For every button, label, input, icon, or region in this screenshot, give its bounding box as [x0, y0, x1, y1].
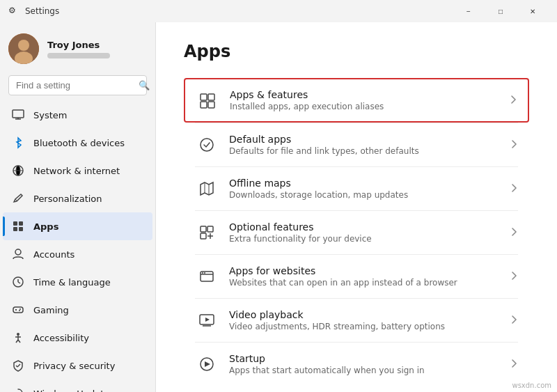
apps-features-text: Apps & featuresInstalled apps, app execu…: [230, 89, 499, 111]
user-info: Troy Jones: [47, 40, 110, 58]
offline-maps-desc: Downloads, storage location, map updates: [229, 190, 499, 200]
apps-websites-text: Apps for websitesWebsites that can open …: [229, 265, 499, 288]
app-body: Troy Jones 🔍 SystemBluetooth & devicesNe…: [0, 22, 557, 392]
title-bar: ⚙ Settings − □ ✕: [0, 0, 557, 22]
svg-line-29: [17, 364, 20, 367]
privacy-nav-icon: [11, 359, 25, 373]
video-playback-desc: Video adjustments, HDR streaming, batter…: [229, 322, 499, 331]
sidebar-item-bluetooth[interactable]: Bluetooth & devices: [3, 129, 152, 157]
apps-features-icon: [196, 89, 219, 111]
sidebar-item-label-apps: Apps: [33, 221, 58, 232]
sidebar-item-accounts[interactable]: Accounts: [3, 240, 152, 268]
offline-maps-chevron-icon: [510, 183, 517, 195]
apps-nav-icon: [11, 219, 25, 233]
minimize-button[interactable]: −: [453, 0, 485, 22]
video-playback-text: Video playbackVideo adjustments, HDR str…: [229, 309, 499, 331]
svg-line-28: [16, 366, 17, 367]
default-apps-icon: [196, 134, 218, 156]
apps-websites-desc: Websites that can open in an app instead…: [229, 278, 499, 288]
apps-features-desc: Installed apps, app execution aliases: [230, 102, 499, 111]
svg-point-46: [202, 272, 203, 274]
svg-point-14: [15, 249, 21, 255]
svg-point-21: [19, 308, 21, 310]
sidebar-item-gaming[interactable]: Gaming: [3, 296, 152, 324]
close-button[interactable]: ✕: [517, 0, 549, 22]
svg-marker-50: [205, 317, 210, 322]
apps-websites-title: Apps for websites: [229, 265, 499, 276]
svg-line-17: [18, 282, 20, 283]
default-apps-chevron-icon: [510, 139, 517, 151]
svg-rect-11: [19, 221, 23, 226]
sidebar-item-personalization[interactable]: Personalization: [3, 185, 152, 212]
optional-features-text: Optional featuresExtra functionality for…: [229, 221, 499, 244]
bluetooth-nav-icon: [11, 136, 25, 150]
default-apps-title: Default apps: [229, 134, 499, 145]
video-playback-chevron-icon: [510, 315, 517, 327]
time-nav-icon: [11, 275, 25, 289]
sidebar-item-network[interactable]: Network & internet: [3, 157, 152, 185]
settings-item-apps-features[interactable]: Apps & featuresInstalled apps, app execu…: [184, 78, 529, 123]
sidebar-item-label-accounts: Accounts: [33, 249, 74, 260]
sidebar-item-label-time: Time & language: [33, 277, 111, 288]
sidebar-item-time[interactable]: Time & language: [3, 268, 152, 296]
sidebar-item-label-update: Windows Update: [33, 389, 109, 393]
apps-websites-icon: [196, 265, 218, 288]
settings-item-offline-maps[interactable]: Offline mapsDownloads, storage location,…: [184, 167, 529, 210]
gaming-nav-icon: [11, 303, 25, 317]
search-box[interactable]: 🔍: [8, 75, 147, 95]
title-bar-controls: − □ ✕: [453, 0, 549, 22]
settings-list: Apps & featuresInstalled apps, app execu…: [184, 78, 529, 386]
settings-item-video-playback[interactable]: Video playbackVideo adjustments, HDR str…: [184, 299, 529, 342]
svg-line-27: [18, 340, 20, 343]
svg-point-47: [204, 272, 205, 274]
svg-point-36: [201, 139, 213, 151]
sidebar-item-label-system: System: [33, 110, 67, 120]
update-nav-icon: [11, 386, 25, 392]
settings-item-apps-websites[interactable]: Apps for websitesWebsites that can open …: [184, 255, 529, 298]
svg-rect-12: [13, 227, 17, 231]
startup-icon: [196, 353, 218, 375]
sidebar: Troy Jones 🔍 SystemBluetooth & devicesNe…: [0, 22, 156, 392]
optional-features-title: Optional features: [229, 221, 499, 233]
video-playback-icon: [196, 309, 218, 331]
settings-item-default-apps[interactable]: Default appsDefaults for file and link t…: [184, 123, 529, 166]
sidebar-item-label-personalization: Personalization: [33, 194, 102, 204]
accessibility-nav-icon: [11, 331, 25, 345]
search-icon: 🔍: [139, 80, 150, 91]
default-apps-text: Default appsDefaults for file and link t…: [229, 134, 499, 156]
settings-item-startup[interactable]: StartupApps that start automatically whe…: [184, 343, 529, 386]
sidebar-item-system[interactable]: System: [3, 101, 152, 129]
offline-maps-icon: [196, 178, 218, 200]
startup-text: StartupApps that start automatically whe…: [229, 353, 499, 375]
default-apps-desc: Defaults for file and link types, other …: [229, 146, 499, 156]
startup-title: Startup: [229, 353, 499, 364]
optional-features-icon: [196, 221, 218, 244]
svg-rect-41: [201, 233, 206, 239]
svg-rect-33: [208, 94, 214, 100]
sidebar-item-update[interactable]: Windows Update: [3, 379, 152, 392]
svg-rect-34: [201, 102, 207, 108]
search-input[interactable]: [16, 80, 133, 91]
sidebar-item-label-bluetooth: Bluetooth & devices: [33, 138, 125, 148]
sidebar-item-label-accessibility: Accessibility: [33, 333, 89, 343]
svg-point-22: [19, 310, 20, 311]
settings-item-optional-features[interactable]: Optional featuresExtra functionality for…: [184, 211, 529, 254]
sidebar-item-accessibility[interactable]: Accessibility: [3, 324, 152, 352]
offline-maps-title: Offline maps: [229, 178, 499, 189]
video-playback-title: Video playback: [229, 309, 499, 320]
avatar: [8, 33, 39, 64]
startup-chevron-icon: [510, 359, 517, 370]
page-title: Apps: [184, 42, 529, 61]
svg-point-1: [18, 40, 29, 51]
nav-container: SystemBluetooth & devicesNetwork & inter…: [0, 101, 155, 392]
sidebar-item-privacy[interactable]: Privacy & security: [3, 352, 152, 379]
apps-websites-chevron-icon: [510, 271, 517, 283]
svg-rect-13: [19, 227, 23, 231]
network-nav-icon: [11, 164, 25, 178]
optional-features-desc: Extra functionality for your device: [229, 234, 499, 244]
startup-desc: Apps that start automatically when you s…: [229, 366, 499, 375]
user-subtitle-bar: [47, 53, 110, 58]
svg-point-23: [17, 333, 19, 336]
maximize-button[interactable]: □: [485, 0, 517, 22]
sidebar-item-apps[interactable]: Apps: [3, 212, 152, 240]
